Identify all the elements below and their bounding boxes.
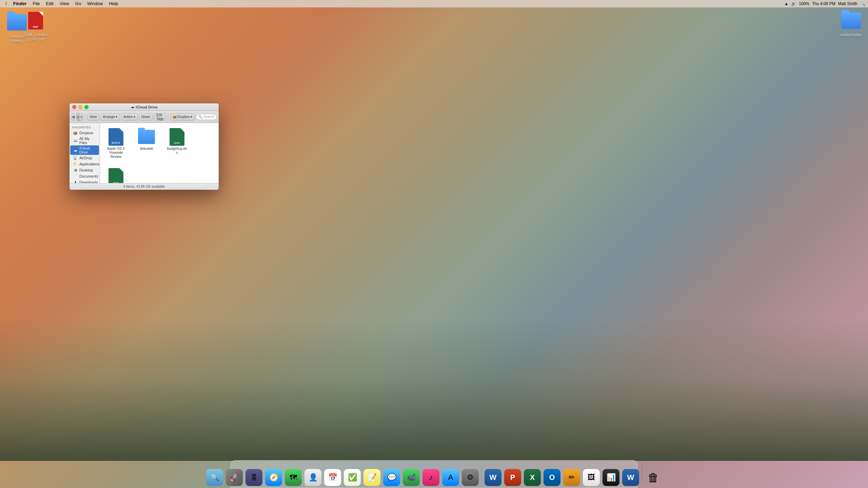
- dropbox-sidebar-icon: 📦: [73, 130, 78, 135]
- dock-item-word2[interactable]: W: [622, 468, 640, 487]
- dock-item-trash[interactable]: 🗑: [644, 468, 663, 487]
- sidebar-item-desktop[interactable]: 🖥 Desktop: [70, 167, 99, 173]
- docx-label: DOCX: [112, 141, 120, 144]
- applications-icon: 📁: [73, 162, 78, 166]
- trash-dock-icon: 🗑: [645, 469, 662, 486]
- icloud-sidebar-icon: ☁: [73, 148, 78, 152]
- menubar-left:  Finder File Edit View Go Window Help: [3, 0, 121, 7]
- maps-dock-icon: 🗺: [285, 469, 302, 486]
- close-button[interactable]: [72, 105, 76, 109]
- desktop-icon-untitled[interactable]: untitled folder: [837, 8, 865, 39]
- arrange-button[interactable]: Arrange ▾: [100, 113, 120, 121]
- sidebar-item-dropbox[interactable]: 📦 Dropbox: [70, 130, 99, 136]
- dock-item-dashboard[interactable]: 🎛: [245, 468, 263, 487]
- facetime-dock-icon: 📹: [403, 469, 420, 486]
- search-menubar-icon[interactable]: 🔍: [860, 1, 865, 6]
- edit-tags-label: Edit Tags: [156, 113, 163, 121]
- share-button[interactable]: Share: [139, 113, 153, 121]
- dropbox-sidebar-label: Dropbox: [79, 131, 94, 135]
- action-button[interactable]: Action ▾: [121, 113, 138, 121]
- documents-icon: 📄: [73, 174, 78, 179]
- file-item-book1[interactable]: xlsx Book1.xlsx: [104, 167, 128, 183]
- statusbar-text: 4 items, 43.88 GB available: [123, 185, 165, 188]
- icon-view-button[interactable]: ⊞: [77, 113, 80, 121]
- dock-item-resolution[interactable]: 📊: [602, 468, 620, 487]
- notes-dock-icon: 📝: [363, 469, 380, 486]
- finder-content[interactable]: DOCX Apple OS X Yosemite Review dokuwiki: [100, 123, 219, 183]
- dock: 🔍 🚀 🎛 🧭 🗺 👤 📅 ✅ �: [205, 461, 663, 488]
- go-menu[interactable]: Go: [73, 0, 84, 7]
- word2-dock-icon: W: [622, 469, 639, 486]
- view-mode-buttons: ⊞ ≡ ⊟ ▭: [76, 113, 83, 121]
- dock-item-reminders[interactable]: ✅: [343, 468, 361, 487]
- file-menu[interactable]: File: [30, 0, 42, 7]
- finder-toolbar: ◀ ⊞ ≡ ⊟ ▭ View Arrange ▾ Action ▾ Share …: [70, 111, 219, 123]
- dock-item-notes[interactable]: 📝: [363, 468, 381, 487]
- search-box[interactable]: 🔍 Search: [196, 114, 217, 120]
- book1-xlsx-icon: xlsx: [107, 168, 124, 183]
- airdrop-label: AirDrop: [79, 156, 92, 160]
- reminders-dock-icon: ✅: [344, 469, 361, 486]
- file-item-dokuwiki[interactable]: dokuwiki: [135, 127, 158, 160]
- window-menu[interactable]: Window: [84, 0, 105, 7]
- gdm-label: GDM_October_1 997.pdf: [23, 33, 48, 42]
- sidebar-item-documents[interactable]: 📄 Documents: [70, 173, 99, 179]
- finder-statusbar: 4 items, 43.88 GB available: [70, 183, 219, 190]
- dock-item-outlook[interactable]: O: [543, 468, 561, 487]
- view-menu[interactable]: View: [57, 0, 72, 7]
- apple-menu[interactable]: : [3, 0, 10, 7]
- dock-item-powerpoint[interactable]: P: [504, 468, 522, 487]
- dock-item-contacts[interactable]: 👤: [304, 468, 322, 487]
- dock-item-colornote[interactable]: ✏: [563, 468, 581, 487]
- dock-item-excel[interactable]: X: [523, 468, 541, 487]
- dock-item-itunes[interactable]: ♪: [422, 468, 440, 487]
- edit-tags-button[interactable]: Edit Tags: [154, 113, 166, 121]
- back-button[interactable]: ◀: [72, 113, 75, 121]
- dokuwiki-label: dokuwiki: [140, 147, 153, 151]
- menubar:  Finder File Edit View Go Window Help ▲…: [0, 0, 868, 7]
- desktop-icon-gdm[interactable]: PDF GDM_October_1 997.pdf: [22, 8, 49, 43]
- edit-menu[interactable]: Edit: [43, 0, 56, 7]
- dropbox-icon: 📦: [173, 115, 177, 119]
- window-controls: [72, 105, 88, 109]
- desktop-sidebar-label: Desktop: [79, 168, 93, 172]
- minimize-button[interactable]: [78, 105, 82, 109]
- search-icon: 🔍: [198, 115, 202, 119]
- wifi-icon: ▲: [784, 1, 788, 6]
- dokuwiki-folder-icon: [138, 128, 155, 145]
- dropbox-button[interactable]: 📦 Dropbox ▾: [170, 113, 195, 121]
- dock-item-preview[interactable]: 🖼: [582, 468, 600, 487]
- action-label: Action: [123, 115, 133, 119]
- sidebar-item-icloud-drive[interactable]: ☁ iCloud Drive: [70, 145, 99, 155]
- finder-body: Favorites 📦 Dropbox 🗂 All My Files ☁ iCl…: [70, 123, 219, 183]
- sidebar-item-airdrop[interactable]: 📡 AirDrop: [70, 155, 99, 161]
- share-label: Share: [141, 115, 151, 119]
- sidebar-item-downloads[interactable]: ⬇ Downloads: [70, 179, 99, 183]
- applications-label: Applications: [79, 162, 99, 166]
- dock-item-calendar[interactable]: 📅: [323, 468, 342, 487]
- untitled-folder-icon: [840, 10, 862, 32]
- dropbox-chevron: ▾: [191, 115, 192, 119]
- dock-item-maps[interactable]: 🗺: [284, 468, 302, 487]
- systemprefs-dock-icon: ⚙: [462, 469, 479, 486]
- dock-item-appstore[interactable]: A: [441, 468, 460, 487]
- search-label: Search: [203, 115, 214, 119]
- finder-sidebar: Favorites 📦 Dropbox 🗂 All My Files ☁ iCl…: [70, 123, 100, 183]
- dock-item-messages[interactable]: 💬: [382, 468, 401, 487]
- dock-item-launchpad[interactable]: 🚀: [225, 468, 243, 487]
- maximize-button[interactable]: [84, 105, 88, 109]
- column-view-button[interactable]: ⊟: [82, 113, 83, 121]
- help-menu[interactable]: Help: [106, 0, 121, 7]
- dock-item-systemprefs[interactable]: ⚙: [461, 468, 479, 487]
- app-name[interactable]: Finder: [11, 0, 29, 7]
- file-item-apple-os-x[interactable]: DOCX Apple OS X Yosemite Review: [104, 127, 128, 160]
- view-button[interactable]: View: [87, 113, 99, 121]
- dock-item-word[interactable]: W: [484, 468, 502, 487]
- sidebar-item-all-my-files[interactable]: 🗂 All My Files: [70, 136, 99, 145]
- resolution-dock-icon: 📊: [603, 469, 619, 486]
- file-item-budgeting[interactable]: xlsx budgeting.xlsx: [165, 127, 189, 160]
- sidebar-item-applications[interactable]: 📁 Applications: [70, 161, 99, 167]
- dock-item-facetime[interactable]: 📹: [402, 468, 420, 487]
- dock-item-finder[interactable]: 🔍: [205, 468, 224, 487]
- dock-item-safari[interactable]: 🧭: [264, 468, 283, 487]
